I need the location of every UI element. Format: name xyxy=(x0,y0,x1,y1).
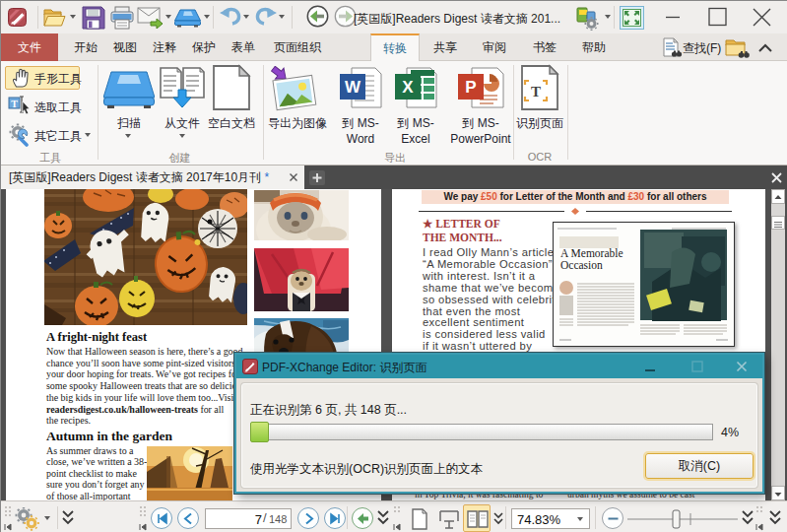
svg-text:W: W xyxy=(345,78,361,97)
svg-text:A Memorable: A Memorable xyxy=(560,247,623,259)
svg-text:X: X xyxy=(402,78,414,97)
svg-text:Occasion: Occasion xyxy=(560,259,603,271)
svg-text:T: T xyxy=(531,84,541,100)
svg-text:P: P xyxy=(465,78,476,97)
svg-text:T: T xyxy=(11,99,18,109)
